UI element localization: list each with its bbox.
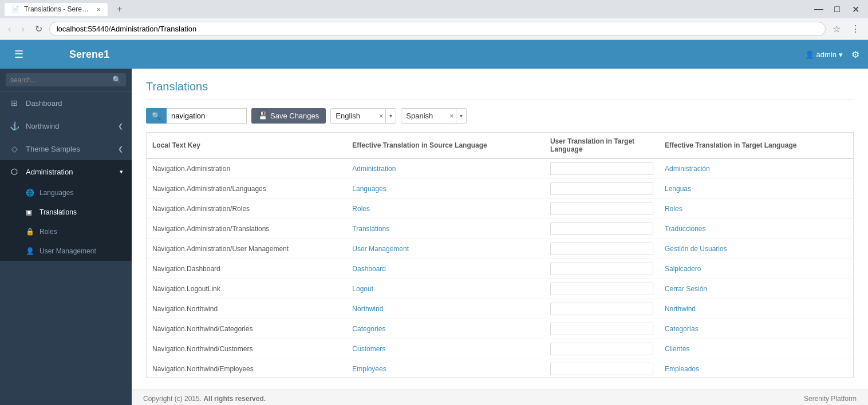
main-layout: 🔍 ⊞ Dashboard ⚓ Northwind ❮ ◇ Theme Samp… — [0, 69, 868, 405]
user-translation-input-8[interactable] — [550, 323, 653, 335]
cell-user-8[interactable] — [545, 319, 659, 339]
forward-btn[interactable]: › — [18, 22, 27, 37]
cell-key-6: Navigation.LogoutLink — [147, 279, 346, 299]
cell-source-1: Languages — [346, 179, 545, 199]
close-btn[interactable]: ✕ — [847, 3, 863, 15]
cell-user-9[interactable] — [545, 339, 659, 359]
menu-btn[interactable]: ⋮ — [847, 21, 863, 37]
back-btn[interactable]: ‹ — [5, 22, 14, 37]
cell-user-6[interactable] — [545, 279, 659, 299]
user-translation-input-3[interactable] — [550, 223, 653, 235]
maximize-btn[interactable]: □ — [829, 3, 845, 15]
cell-user-1[interactable] — [545, 179, 659, 199]
header-right: 👤 admin ▾ ⚙ — [805, 49, 859, 60]
source-lang-arrow-icon[interactable]: ▾ — [386, 110, 396, 122]
cell-source-6: Logout — [346, 279, 545, 299]
sidebar-toggle-btn[interactable]: ☰ — [9, 48, 29, 61]
translations-toolbar: 🔍 💾 Save Changes English × ▾ Spanish — [146, 108, 854, 124]
cell-key-4: Navigation.Administration/User Managemen… — [147, 239, 346, 259]
table-row: Navigation.Northwind/Employees Employees… — [147, 359, 853, 379]
cell-user-10[interactable] — [545, 359, 659, 379]
admin-label: admin — [816, 50, 837, 59]
table-row: Navigation.Northwind/Customers Customers… — [147, 339, 853, 359]
sidebar-item-roles[interactable]: 🔒 Roles — [0, 222, 132, 241]
cell-user-2[interactable] — [545, 199, 659, 219]
user-translation-input-5[interactable] — [550, 263, 653, 275]
user-translation-input-7[interactable] — [550, 303, 653, 315]
sidebar-search-input[interactable] — [10, 76, 109, 84]
cell-effective-9: Clientes — [659, 339, 853, 359]
sidebar-item-dashboard[interactable]: ⊞ Dashboard — [0, 92, 132, 114]
cell-user-5[interactable] — [545, 259, 659, 279]
theme-arrow-icon: ❮ — [118, 145, 123, 153]
refresh-btn[interactable]: ↻ — [31, 21, 46, 37]
search-btn[interactable]: 🔍 — [146, 108, 167, 124]
languages-icon: 🌐 — [26, 189, 35, 197]
minimize-btn[interactable]: — — [811, 3, 827, 15]
sidebar-item-translations[interactable]: ▣ Translations — [0, 202, 132, 222]
settings-icon[interactable]: ⚙ — [851, 49, 859, 60]
target-lang-select[interactable]: Spanish × ▾ — [401, 108, 467, 124]
sidebar-item-user-management[interactable]: 👤 User Management — [0, 241, 132, 261]
cell-source-4: User Management — [346, 239, 545, 259]
table-row: Navigation.Administration/Translations T… — [147, 219, 853, 239]
cell-effective-4: Gestión de Usuarios — [659, 239, 853, 259]
user-translation-input-0[interactable] — [550, 162, 653, 175]
tab-close-btn[interactable]: × — [96, 5, 101, 14]
col-header-user: User Translation in Target Language — [545, 133, 659, 158]
cell-effective-6: Cerrar Sesión — [659, 279, 853, 299]
browser-titlebar: 📄 Translations - Serene1 × + — □ ✕ — [0, 0, 868, 18]
sidebar-item-northwind[interactable]: ⚓ Northwind ❮ — [0, 114, 132, 137]
user-translation-input-2[interactable] — [550, 202, 653, 215]
admin-menu[interactable]: 👤 admin ▾ — [805, 50, 843, 59]
translations-table-wrapper: Local Text Key Effective Translation in … — [146, 132, 854, 378]
cell-user-0[interactable] — [545, 158, 659, 179]
sidebar-item-label-theme: Theme Samples — [26, 145, 80, 153]
cell-user-4[interactable] — [545, 239, 659, 259]
source-lang-select[interactable]: English × ▾ — [330, 108, 396, 124]
app-logo: Serene1 — [29, 49, 149, 61]
table-row: Navigation.Administration/Roles Roles Ro… — [147, 199, 853, 219]
target-lang-clear-btn[interactable]: × — [447, 109, 456, 123]
sidebar-item-languages[interactable]: 🌐 Languages — [0, 183, 132, 202]
admin-submenu: 🌐 Languages ▣ Translations 🔒 Roles 👤 Use… — [0, 183, 132, 261]
cell-source-7: Northwind — [346, 299, 545, 319]
search-input[interactable] — [167, 108, 247, 124]
cell-effective-10: Empleados — [659, 359, 853, 379]
address-input[interactable]: localhost:55440/Administration/Translati… — [57, 25, 818, 33]
target-lang-arrow-icon[interactable]: ▾ — [456, 110, 466, 122]
source-lang-clear-btn[interactable]: × — [377, 109, 386, 123]
sidebar-item-administration[interactable]: ⬡ Administration ▾ — [0, 160, 132, 183]
sidebar-search-inner: 🔍 — [6, 73, 126, 86]
page-title: Translations — [146, 80, 854, 100]
sidebar-item-label-northwind: Northwind — [26, 122, 60, 130]
bookmark-btn[interactable]: ☆ — [829, 21, 844, 37]
dashboard-icon: ⊞ — [9, 98, 20, 108]
save-changes-btn[interactable]: 💾 Save Changes — [251, 108, 326, 124]
sidebar-item-theme-samples[interactable]: ◇ Theme Samples ❮ — [0, 137, 132, 160]
admin-icon: ⬡ — [9, 167, 20, 176]
footer-copyright: Copyright (c) 2015. All rights reserved. — [143, 395, 266, 403]
cell-user-3[interactable] — [545, 219, 659, 239]
cell-effective-7: Northwind — [659, 299, 853, 319]
user-translation-input-6[interactable] — [550, 283, 653, 295]
user-translation-input-9[interactable] — [550, 343, 653, 355]
cell-key-8: Navigation.Northwind/Categories — [147, 319, 346, 339]
cell-user-7[interactable] — [545, 299, 659, 319]
cell-effective-2: Roles — [659, 199, 853, 219]
sidebar-search-icon: 🔍 — [112, 76, 121, 84]
user-translation-input-4[interactable] — [550, 243, 653, 255]
tab-title: Translations - Serene1 — [24, 5, 92, 13]
table-row: Navigation.LogoutLink Logout Cerrar Sesi… — [147, 279, 853, 299]
cell-source-2: Roles — [346, 199, 545, 219]
browser-tab: 📄 Translations - Serene1 × — [5, 3, 108, 16]
app-header: ☰ Serene1 👤 admin ▾ ⚙ — [0, 40, 868, 69]
search-box: 🔍 — [146, 108, 247, 124]
new-tab-btn[interactable]: + — [112, 2, 127, 17]
user-translation-input-10[interactable] — [550, 363, 653, 375]
sidebar-item-label-languages: Languages — [40, 189, 73, 197]
sidebar: 🔍 ⊞ Dashboard ⚓ Northwind ❮ ◇ Theme Samp… — [0, 69, 132, 405]
source-lang-text: English — [331, 109, 377, 123]
table-row: Navigation.Northwind/Categories Categori… — [147, 319, 853, 339]
user-translation-input-1[interactable] — [550, 182, 653, 195]
